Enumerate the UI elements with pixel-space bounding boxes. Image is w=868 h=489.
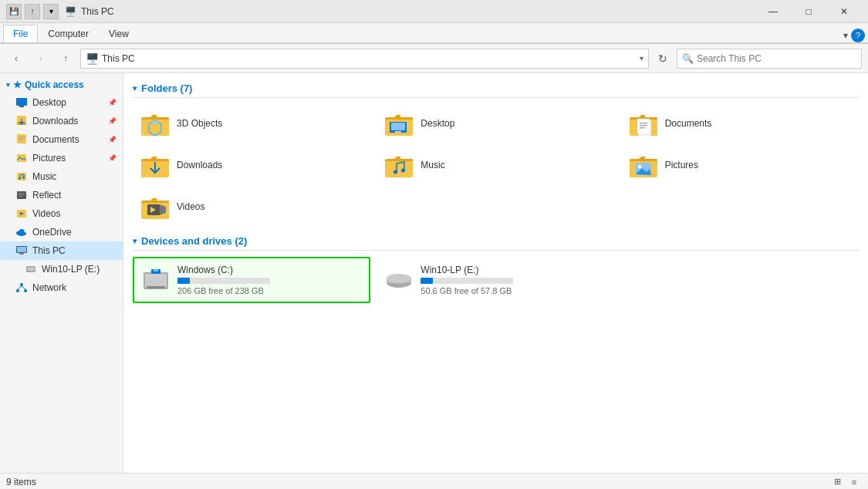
sidebar-item-music-label: Music: [32, 171, 56, 182]
folder-pictures-name: Pictures: [665, 160, 698, 170]
reflect-icon: [15, 189, 28, 201]
pin-icon: 📌: [108, 99, 117, 106]
sidebar-item-onedrive[interactable]: OneDrive: [0, 223, 123, 241]
svg-rect-38: [395, 131, 401, 133]
svg-rect-16: [19, 196, 22, 197]
desktop-icon: [15, 96, 28, 109]
drive-c-info: Windows (C:) 206 GB free of 238 GB: [177, 265, 270, 295]
folder-item-videos[interactable]: Videos: [133, 187, 370, 226]
sidebar-item-documents[interactable]: Documents 📌: [0, 130, 123, 149]
sidebar-item-downloads-label: Downloads: [32, 116, 78, 126]
svg-rect-61: [147, 286, 165, 288]
search-box[interactable]: 🔍: [677, 49, 862, 69]
drives-section-header[interactable]: ▾ Devices and drives (2): [133, 235, 859, 251]
this-pc-icon: [15, 244, 28, 257]
folders-section-header[interactable]: ▾ Folders (7): [133, 83, 859, 98]
folder-videos-icon: [140, 193, 171, 221]
pin-icon-documents: 📌: [108, 136, 117, 143]
up-button[interactable]: ↑: [56, 49, 76, 69]
sidebar-item-network[interactable]: Network: [0, 278, 123, 297]
svg-rect-60: [154, 269, 158, 271]
drives-grid: Windows (C:) 206 GB free of 238 GB: [133, 257, 859, 303]
folder-item-desktop[interactable]: Desktop: [377, 104, 614, 143]
ribbon-collapse-icon[interactable]: ▾: [843, 30, 848, 41]
svg-rect-22: [17, 247, 26, 252]
folder-desktop-name: Desktop: [420, 118, 454, 129]
folder-item-downloads[interactable]: Downloads: [133, 146, 370, 184]
sidebar-item-desktop[interactable]: Desktop 📌: [0, 93, 123, 112]
maximize-button[interactable]: □: [791, 0, 826, 23]
svg-point-26: [20, 283, 23, 286]
tab-computer[interactable]: Computer: [38, 25, 99, 42]
svg-rect-14: [19, 193, 25, 194]
svg-rect-23: [19, 253, 24, 255]
search-input[interactable]: [697, 53, 856, 64]
address-bar[interactable]: 🖥️ This PC ▾: [80, 49, 649, 69]
svg-rect-7: [19, 140, 22, 140]
sidebar-item-thispc-label: This PC: [32, 245, 66, 256]
svg-rect-41: [637, 119, 650, 134]
svg-point-12: [22, 177, 25, 179]
drive-c-bar-bg: [177, 278, 270, 284]
forward-button[interactable]: ›: [31, 49, 51, 69]
sidebar-item-documents-label: Documents: [32, 134, 79, 145]
sidebar-item-network-label: Network: [32, 282, 66, 293]
quick-access-header[interactable]: ▾ ★ Quick access: [0, 76, 123, 93]
svg-rect-10: [17, 173, 26, 180]
quick-access-label: Quick access: [25, 79, 84, 90]
sidebar-item-pictures[interactable]: Pictures 📌: [0, 149, 123, 167]
svg-rect-1: [19, 106, 24, 107]
svg-rect-6: [19, 138, 25, 139]
addressbar: ‹ › ↑ 🖥️ This PC ▾ ↻ 🔍: [0, 44, 868, 73]
svg-point-28: [24, 289, 27, 292]
sidebar-item-thispc[interactable]: This PC: [0, 241, 123, 260]
back-button[interactable]: ‹: [6, 49, 26, 69]
svg-rect-43: [640, 125, 647, 126]
folder-pictures-icon: [628, 151, 659, 179]
content-area: ▾ Folders (7) 3D Objects: [123, 73, 868, 473]
sidebar-item-music[interactable]: Music: [0, 167, 123, 186]
refresh-button[interactable]: ↻: [654, 49, 672, 68]
address-text: This PC: [102, 53, 637, 64]
svg-point-11: [19, 177, 21, 180]
sidebar-item-videos[interactable]: Videos: [0, 204, 123, 223]
address-dropdown-icon[interactable]: ▾: [640, 54, 643, 62]
main-layout: ▾ ★ Quick access Desktop 📌 Downloads 📌 D…: [0, 73, 868, 473]
help-icon[interactable]: ?: [851, 29, 865, 42]
sidebar-item-win10lp-label: Win10-LP (E:): [42, 264, 100, 275]
svg-point-47: [393, 170, 397, 174]
folder-item-pictures[interactable]: Pictures: [621, 146, 859, 184]
svg-rect-8: [17, 154, 26, 162]
folder-desktop-icon: [383, 110, 414, 137]
tab-file[interactable]: File: [3, 25, 38, 42]
tab-view[interactable]: View: [99, 25, 139, 42]
titlebar-quick-access: 💾 ↑ ▾: [6, 4, 59, 19]
drive-item-c[interactable]: Windows (C:) 206 GB free of 238 GB: [133, 257, 370, 303]
folder-videos-name: Videos: [177, 201, 204, 212]
sidebar-item-downloads[interactable]: Downloads 📌: [0, 112, 123, 130]
titlebar-controls: — □ ✕: [755, 0, 862, 23]
folder-item-3dobjects[interactable]: 3D Objects: [133, 104, 370, 143]
close-button[interactable]: ✕: [826, 0, 862, 23]
large-icons-view-button[interactable]: ⊞: [829, 474, 845, 490]
folder-item-music[interactable]: Music: [377, 146, 614, 184]
drive-c-name: Windows (C:): [177, 265, 270, 275]
minimize-button[interactable]: —: [755, 0, 791, 23]
drive-item-e[interactable]: Win10-LP (E:) 50.6 GB free of 57.8 GB: [377, 257, 614, 303]
svg-rect-46: [385, 159, 413, 177]
svg-rect-37: [391, 123, 405, 130]
titlebar-up-icon: ↑: [25, 4, 40, 19]
win10lp-icon: [25, 263, 37, 275]
folder-3dobjects-name: 3D Objects: [177, 118, 222, 129]
folder-documents-icon: [628, 110, 659, 137]
drive-e-free: 50.6 GB free of 57.8 GB: [420, 286, 513, 295]
folder-item-documents[interactable]: Documents: [621, 104, 859, 143]
svg-point-27: [16, 289, 19, 292]
details-view-button[interactable]: ≡: [846, 474, 862, 490]
folder-music-name: Music: [420, 160, 444, 170]
folder-downloads-name: Downloads: [177, 160, 222, 170]
drive-c-free: 206 GB free of 238 GB: [177, 286, 270, 295]
sidebar-item-reflect[interactable]: Reflect: [0, 186, 123, 204]
search-icon: 🔍: [682, 53, 694, 64]
sidebar-item-win10lp[interactable]: Win10-LP (E:): [0, 260, 123, 278]
